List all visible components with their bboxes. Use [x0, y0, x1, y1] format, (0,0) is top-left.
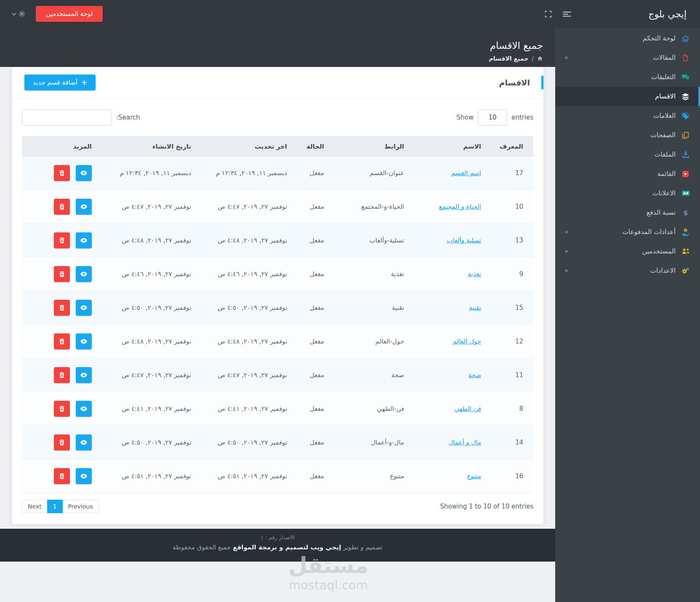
add-category-button[interactable]: + أضافة قسم جديد: [24, 75, 96, 91]
view-button[interactable]: [76, 434, 92, 450]
sidebar-item-caret-square[interactable]: القائمة: [555, 164, 700, 184]
delete-button[interactable]: [54, 232, 70, 248]
category-link[interactable]: فن الطهي: [454, 405, 481, 413]
category-link[interactable]: تسلية وألعاب: [447, 237, 481, 244]
search-control: Search:: [22, 109, 140, 125]
cell-updated: نوفمبر ٢٧, ٢٠١٩, ٤:٥٠ ص: [201, 426, 297, 459]
sidebar-item-label: الاقسام: [655, 93, 676, 100]
trash-icon: [59, 405, 65, 412]
cell-created: نوفمبر ٢٧, ٢٠١٩, ٤:٤١ ص: [102, 392, 201, 426]
delete-button[interactable]: [54, 165, 70, 181]
delete-button[interactable]: [54, 300, 70, 316]
category-link[interactable]: الحياة و المجتمع: [439, 203, 481, 210]
sidebar-item-layers[interactable]: الاقسام: [555, 87, 700, 106]
view-button[interactable]: [76, 468, 92, 484]
delete-button[interactable]: [54, 468, 70, 484]
sidebar-item-tags[interactable]: العلامات: [555, 106, 700, 125]
sidebar-item-download[interactable]: الملفات: [555, 145, 700, 164]
cell-updated: نوفمبر ٢٧, ٢٠١٩, ٤:٤٧ ص: [201, 358, 297, 392]
view-button[interactable]: [76, 367, 92, 383]
sidebar-item-home[interactable]: لوحة التحكم: [555, 29, 700, 48]
home-icon[interactable]: [537, 56, 543, 61]
pagination-1[interactable]: 1: [47, 500, 63, 513]
sidebar-item-comments[interactable]: التعليقات: [555, 67, 700, 87]
sidebar-item-ad[interactable]: Adالاعلانات: [555, 184, 700, 203]
sidebar-item-cogs[interactable]: الاعدادات«: [555, 261, 700, 280]
users-panel-button[interactable]: لوحة المستخدمين: [36, 6, 103, 22]
cell-created: نوفمبر ٢٧, ٢٠١٩, ٤:٤٨ ص: [102, 224, 201, 257]
sidebar-item-dollar[interactable]: $نسبة الدفع: [555, 203, 700, 222]
cell-slug: عنوان-القسم: [334, 156, 414, 190]
categories-table: المعرفالاسمالرابطالحالةاخر تحديثتاريخ ال…: [22, 136, 533, 493]
footer-version: الاصدار رقم : ١: [0, 534, 555, 541]
view-button[interactable]: [76, 266, 92, 282]
delete-button[interactable]: [54, 266, 70, 282]
cell-updated: نوفمبر ٢٧, ٢٠١٩, ٤:٤١ ص: [201, 392, 297, 426]
svg-text:$: $: [683, 209, 688, 216]
top-navbar: لوحة المستخدمين: [0, 0, 555, 28]
category-link[interactable]: حول العالم: [452, 338, 481, 345]
column-header[interactable]: اخر تحديث: [201, 137, 297, 156]
svg-text:$: $: [684, 228, 687, 232]
settings-gear-icon[interactable]: [12, 10, 26, 18]
view-button[interactable]: [76, 333, 92, 349]
cell-status: مفعل: [297, 156, 334, 190]
delete-button[interactable]: [54, 333, 70, 349]
column-header[interactable]: الاسم: [414, 137, 491, 156]
hand-usd-icon: $: [681, 228, 690, 236]
sidebar-item-label: نسبة الدفع: [647, 209, 676, 216]
view-button[interactable]: [76, 401, 92, 417]
home-icon: [681, 35, 690, 43]
view-button[interactable]: [76, 300, 92, 316]
brand-title[interactable]: إيجي بلوج: [648, 9, 687, 19]
delete-button[interactable]: [54, 367, 70, 383]
category-link[interactable]: تغذية: [468, 270, 481, 278]
pagination-previous[interactable]: Previous: [62, 500, 99, 513]
view-button[interactable]: [76, 232, 92, 248]
category-link[interactable]: مال و أعمال: [448, 439, 481, 446]
column-header[interactable]: الرابط: [334, 137, 414, 156]
cell-updated: نوفمبر ٢٧, ٢٠١٩, ٤:٥٠ ص: [201, 291, 297, 325]
category-link[interactable]: متنوع: [467, 472, 481, 480]
page-length-select[interactable]: 10: [478, 109, 507, 125]
sidebar-item-file[interactable]: المقالات«: [555, 48, 700, 67]
cell-actions: [22, 156, 102, 190]
delete-button[interactable]: [54, 401, 70, 417]
cell-actions: [22, 190, 102, 224]
category-link[interactable]: اسم القسم: [451, 169, 481, 177]
pagination-next[interactable]: Next: [22, 500, 48, 513]
column-header[interactable]: المعرف: [491, 137, 533, 156]
sidebar-toggle-icon[interactable]: [563, 11, 571, 17]
delete-button[interactable]: [54, 434, 70, 450]
fullscreen-icon[interactable]: [545, 11, 552, 18]
cell-id: 17: [491, 156, 533, 190]
cell-id: 11: [491, 358, 533, 392]
column-header[interactable]: تاريخ الانشاء: [102, 137, 201, 156]
cogs-icon: [681, 267, 690, 275]
view-button[interactable]: [76, 165, 92, 181]
sidebar-item-hand-usd[interactable]: $أعدادات المدفوعات«: [555, 222, 700, 242]
column-header[interactable]: الحالة: [297, 137, 334, 156]
cell-updated: نوفمبر ٢٧, ٢٠١٩, ٤:٤٧ ص: [201, 190, 297, 224]
delete-button[interactable]: [54, 199, 70, 215]
sidebar-menu: لوحة التحكمالمقالات«التعليقاتالاقسامالعل…: [555, 28, 700, 280]
search-input[interactable]: [22, 109, 112, 125]
pages-icon: [681, 132, 690, 139]
cell-status: مفعل: [297, 224, 334, 257]
cell-status: مفعل: [297, 358, 334, 392]
sidebar-item-label: التعليقات: [651, 73, 676, 81]
sidebar-item-pages[interactable]: الصفحات: [555, 125, 700, 145]
table-row: 11صحةصحةمفعلنوفمبر ٢٧, ٢٠١٩, ٤:٤٧ صنوفمب…: [22, 358, 533, 392]
column-header[interactable]: المزيد: [22, 137, 102, 156]
category-link[interactable]: تقنية: [469, 304, 481, 312]
download-icon: [681, 151, 690, 158]
ad-icon: Ad: [681, 189, 690, 197]
sidebar-item-label: الصفحات: [650, 131, 676, 139]
view-button[interactable]: [76, 199, 92, 215]
trash-icon: [59, 439, 65, 446]
expand-chevron-icon: «: [564, 228, 568, 236]
main-area: لوحة المستخدمين جميع الاقسام / جميع الاق…: [0, 0, 555, 602]
sidebar-item-users[interactable]: المستخدمين«: [555, 242, 700, 261]
sidebar-item-label: لوحة التحكم: [643, 35, 676, 42]
category-link[interactable]: صحة: [468, 371, 481, 379]
